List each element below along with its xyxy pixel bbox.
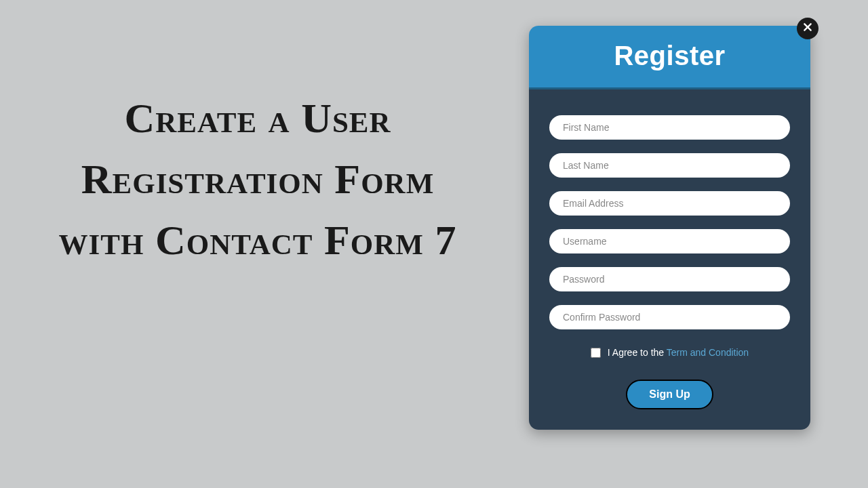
modal-container: Register I Agree to the Term and Conditi… [529, 26, 810, 430]
page-heading: Create a User Registration Form with Con… [41, 88, 475, 271]
register-modal: Register I Agree to the Term and Conditi… [529, 26, 810, 430]
signup-button[interactable]: Sign Up [626, 380, 713, 409]
modal-title: Register [529, 41, 810, 71]
terms-label: I Agree to the Term and Condition [608, 347, 749, 358]
email-input[interactable] [549, 191, 790, 216]
password-input[interactable] [549, 267, 790, 291]
terms-link[interactable]: Term and Condition [667, 347, 749, 358]
first-name-input[interactable] [549, 115, 790, 140]
modal-header: Register [529, 26, 810, 89]
last-name-input[interactable] [549, 153, 790, 178]
terms-prefix: I Agree to the [608, 347, 667, 358]
confirm-password-input[interactable] [549, 305, 790, 329]
username-input[interactable] [549, 229, 790, 253]
terms-checkbox[interactable] [591, 348, 601, 358]
terms-row: I Agree to the Term and Condition [591, 347, 749, 358]
close-button[interactable] [797, 18, 818, 39]
modal-body: I Agree to the Term and Condition Sign U… [529, 89, 810, 430]
close-icon [802, 22, 813, 35]
